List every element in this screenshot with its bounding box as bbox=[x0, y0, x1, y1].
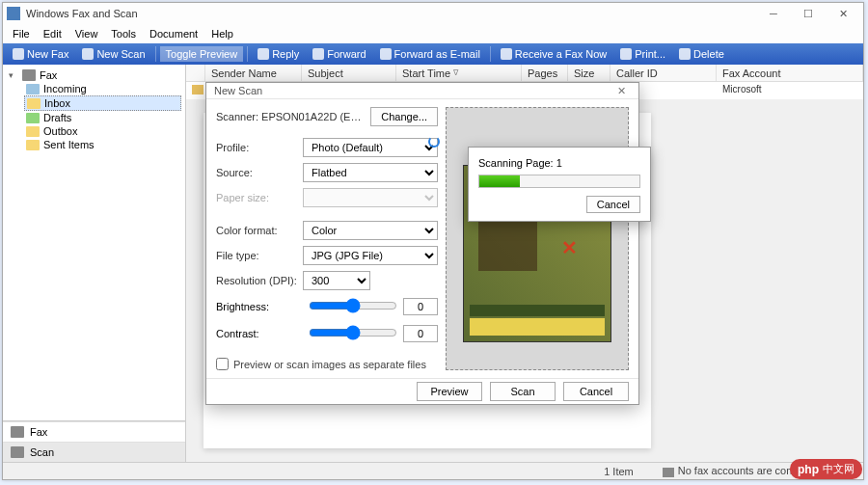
brightness-slider[interactable] bbox=[309, 298, 397, 313]
col-size[interactable]: Size bbox=[568, 65, 610, 81]
loading-spinner-icon bbox=[428, 136, 440, 148]
list-header: Sender Name Subject Start Time ∇ Pages S… bbox=[186, 65, 863, 82]
tree-label: Sent Items bbox=[43, 139, 95, 150]
scanning-progress-dialog: Scanning Page: 1 Cancel bbox=[468, 147, 651, 222]
print-button[interactable]: Print... bbox=[614, 46, 671, 62]
fax-icon bbox=[11, 426, 24, 438]
forward-button[interactable]: Forward bbox=[307, 46, 371, 62]
brightness-input[interactable] bbox=[403, 298, 438, 315]
fax-status-icon bbox=[663, 468, 674, 477]
receive-fax-button[interactable]: Receive a Fax Now bbox=[495, 46, 612, 62]
tab-fax[interactable]: Fax bbox=[3, 421, 185, 442]
maximize-button[interactable]: ☐ bbox=[792, 5, 825, 22]
close-button[interactable]: ✕ bbox=[827, 5, 859, 22]
window-title: Windows Fax and Scan bbox=[26, 8, 757, 19]
filetype-select[interactable]: JPG (JPG File) bbox=[303, 246, 438, 265]
menu-edit[interactable]: Edit bbox=[38, 26, 68, 41]
folder-icon bbox=[27, 98, 41, 109]
delete-button[interactable]: Delete bbox=[673, 46, 730, 62]
contrast-input[interactable] bbox=[403, 325, 438, 342]
scan-button[interactable]: Scan bbox=[490, 382, 556, 401]
menubar: File Edit View Tools Document Help bbox=[3, 24, 863, 43]
tab-scan[interactable]: Scan bbox=[3, 442, 185, 462]
dialog-close-button[interactable]: ✕ bbox=[611, 85, 631, 97]
profile-select[interactable]: Photo (Default) bbox=[303, 138, 438, 157]
tab-label: Scan bbox=[30, 446, 54, 458]
reply-button[interactable]: Reply bbox=[252, 46, 305, 62]
watermark: php中文网 bbox=[790, 459, 862, 479]
change-scanner-button[interactable]: Change... bbox=[370, 107, 438, 126]
col-callerid[interactable]: Caller ID bbox=[610, 65, 717, 81]
forward-email-button[interactable]: Forward as E-mail bbox=[374, 46, 486, 62]
col-subject[interactable]: Subject bbox=[302, 65, 396, 81]
dialog-titlebar: New Scan ✕ bbox=[206, 83, 638, 99]
colorformat-select[interactable]: Color bbox=[303, 221, 438, 240]
tree-label: Fax bbox=[40, 69, 57, 81]
brightness-label: Brightness: bbox=[216, 301, 303, 312]
forward-icon bbox=[312, 48, 324, 60]
menu-help[interactable]: Help bbox=[205, 26, 239, 41]
new-scan-dialog: New Scan ✕ Scanner: EPSON01A22D (ET-2850… bbox=[205, 82, 639, 405]
toolbar: New Fax New Scan Toggle Preview Reply Fo… bbox=[3, 43, 863, 65]
filetype-label: File type: bbox=[216, 250, 303, 261]
source-select[interactable]: Flatbed bbox=[303, 163, 438, 182]
sidebar: ▾ Fax Incoming Inbox Drafts Outbox Sent … bbox=[3, 65, 186, 462]
col-pages[interactable]: Pages bbox=[522, 65, 568, 81]
message-icon bbox=[192, 85, 203, 94]
progress-bar bbox=[478, 175, 640, 188]
folder-icon bbox=[26, 140, 40, 150]
progress-fill bbox=[479, 175, 520, 187]
toggle-preview-button[interactable]: Toggle Preview bbox=[160, 46, 244, 62]
preview-button[interactable]: Preview bbox=[417, 382, 482, 401]
papersize-label: Paper size: bbox=[216, 192, 303, 203]
col-start[interactable]: Start Time ∇ bbox=[396, 65, 522, 81]
reply-icon bbox=[258, 48, 269, 60]
col-account[interactable]: Fax Account bbox=[717, 65, 863, 81]
contrast-slider[interactable] bbox=[309, 325, 397, 340]
fax-machine-icon bbox=[22, 69, 36, 81]
new-scan-button[interactable]: New Scan bbox=[76, 46, 150, 62]
folder-icon bbox=[26, 84, 40, 94]
separate-files-checkbox[interactable] bbox=[216, 358, 229, 370]
progress-cancel-button[interactable]: Cancel bbox=[586, 196, 640, 213]
tree-root-fax[interactable]: ▾ Fax bbox=[7, 68, 181, 82]
menu-view[interactable]: View bbox=[69, 26, 104, 41]
source-label: Source: bbox=[216, 167, 303, 178]
tree-label: Incoming bbox=[43, 83, 87, 94]
col-sender[interactable]: Sender Name bbox=[205, 65, 302, 81]
app-icon bbox=[7, 7, 20, 20]
profile-label: Profile: bbox=[216, 142, 303, 153]
papersize-select bbox=[303, 188, 438, 207]
scanner-icon bbox=[11, 446, 24, 458]
folder-icon bbox=[26, 113, 40, 123]
print-icon bbox=[620, 48, 632, 60]
tree-item-drafts[interactable]: Drafts bbox=[24, 111, 181, 124]
menu-tools[interactable]: Tools bbox=[105, 26, 142, 41]
progress-label: Scanning Page: 1 bbox=[478, 157, 640, 169]
dialog-title: New Scan bbox=[214, 85, 611, 96]
collapse-icon[interactable]: ▾ bbox=[9, 70, 18, 80]
tree-item-incoming[interactable]: Incoming bbox=[24, 82, 181, 95]
contrast-label: Contrast: bbox=[216, 328, 303, 339]
minimize-button[interactable]: ─ bbox=[757, 5, 790, 22]
folder-tree: ▾ Fax Incoming Inbox Drafts Outbox Sent … bbox=[3, 65, 185, 420]
menu-document[interactable]: Document bbox=[144, 26, 203, 41]
statusbar: 1 Item No fax accounts are configured bbox=[3, 462, 863, 479]
menu-file[interactable]: File bbox=[7, 26, 36, 41]
fax-icon bbox=[13, 48, 24, 60]
new-fax-button[interactable]: New Fax bbox=[7, 46, 74, 62]
resolution-select[interactable]: 300 bbox=[303, 271, 370, 290]
cancel-button[interactable]: Cancel bbox=[563, 382, 629, 401]
col-icon[interactable] bbox=[186, 65, 205, 81]
tree-item-inbox[interactable]: Inbox bbox=[24, 95, 181, 111]
x-mark-icon: ✕ bbox=[561, 236, 584, 259]
tree-label: Inbox bbox=[44, 97, 70, 109]
cell-account: Microsoft bbox=[717, 82, 863, 99]
tree-item-outbox[interactable]: Outbox bbox=[24, 124, 181, 138]
receive-icon bbox=[501, 48, 512, 60]
tree-item-sent[interactable]: Sent Items bbox=[24, 138, 181, 151]
folder-icon bbox=[26, 126, 40, 137]
checkbox-label: Preview or scan images as separate files bbox=[233, 359, 426, 370]
tree-label: Outbox bbox=[43, 125, 77, 137]
sort-indicator-icon: ∇ bbox=[453, 68, 458, 77]
